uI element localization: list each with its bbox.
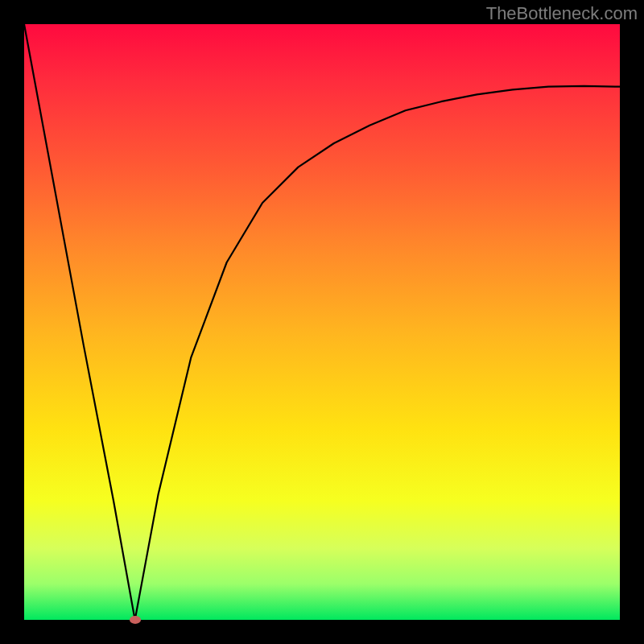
plot-area bbox=[24, 24, 620, 620]
minimum-marker bbox=[130, 616, 141, 624]
chart-frame: TheBottleneck.com bbox=[0, 0, 644, 644]
bottleneck-curve bbox=[24, 24, 620, 620]
curve-svg bbox=[24, 24, 620, 620]
watermark-text: TheBottleneck.com bbox=[486, 3, 638, 24]
